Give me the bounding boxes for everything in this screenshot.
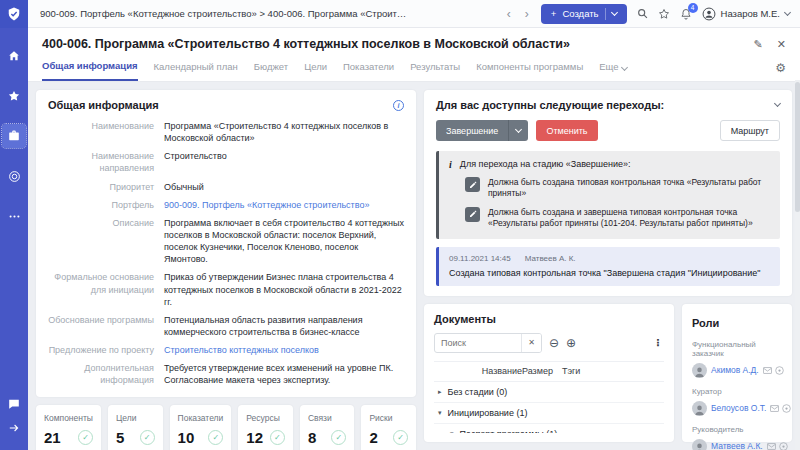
sidebar-item-more[interactable] xyxy=(2,204,26,228)
field-label: Обоснование программы xyxy=(48,314,154,338)
field-value: Потенциальная область развития направлен… xyxy=(164,314,404,338)
portfolio-link[interactable]: 900-009. Портфель «Коттеджное строительс… xyxy=(164,199,369,211)
doc-group-passport[interactable]: ▾Паспорт программы (1) xyxy=(434,424,664,433)
field-label: Описание xyxy=(48,217,154,266)
nav-forward-icon[interactable]: › xyxy=(523,8,531,20)
expand-all-icon[interactable]: ⊕ xyxy=(566,337,576,349)
caret-down-icon: ▾ xyxy=(438,409,442,417)
breadcrumb[interactable]: 900-009. Портфель «Коттеджное строительс… xyxy=(40,8,410,19)
field-value: Обычный xyxy=(164,181,204,193)
role-row: Акимов А.Д. xyxy=(692,363,782,378)
app-logo xyxy=(0,0,28,28)
stat-card-links[interactable]: Связи8✓ xyxy=(300,405,355,450)
column-name[interactable]: Название xyxy=(482,366,522,376)
tab-general-info[interactable]: Общая информация xyxy=(42,60,138,81)
log-message: Создана типовая контрольная точка "Завер… xyxy=(449,268,770,278)
sidebar-item-home[interactable] xyxy=(2,44,26,68)
avatar xyxy=(702,7,716,21)
stat-card-indicators[interactable]: Показатели10✓ xyxy=(170,405,232,450)
stat-card-resources[interactable]: Ресурсы12✓ xyxy=(238,405,293,450)
search-icon[interactable] xyxy=(637,8,648,19)
transition-requirements: iДля перехода на стадию «Завершение»: До… xyxy=(436,151,780,239)
sidebar-collapse-icon[interactable] xyxy=(2,416,26,440)
scrollbar-thumb[interactable] xyxy=(795,82,800,212)
role-person-link[interactable]: Акимов А.Д. xyxy=(711,365,759,375)
doc-group-no-stage[interactable]: ▸Без стадии (0) xyxy=(434,382,664,403)
pencil-icon[interactable] xyxy=(465,177,480,192)
tab-calendar-plan[interactable]: Календарный план xyxy=(154,61,238,80)
collapse-all-icon[interactable]: ⊖ xyxy=(549,337,559,349)
close-icon[interactable]: ✕ xyxy=(777,38,786,51)
sidebar-item-projects[interactable] xyxy=(2,124,26,148)
nav-back-icon[interactable]: ‹ xyxy=(505,8,513,20)
role-person-link[interactable]: Матвеев А.К. xyxy=(711,441,763,450)
tab-more[interactable]: Еще xyxy=(599,61,626,80)
email-icon[interactable] xyxy=(770,405,779,412)
sidebar xyxy=(0,0,28,450)
field-value: Программа включает в себя строительство … xyxy=(164,217,404,266)
field-label: Портфель xyxy=(48,199,154,211)
tab-goals[interactable]: Цели xyxy=(304,61,327,80)
role-label: Руководитель xyxy=(692,425,782,434)
field-label: Наименование xyxy=(48,120,154,144)
kebab-menu-icon[interactable]: ⋮ xyxy=(653,337,664,348)
contact-info-icon[interactable] xyxy=(782,404,791,413)
field-value: Приказ об утверждении Бизнес плана строи… xyxy=(164,271,404,307)
documents-title: Документы xyxy=(434,313,664,325)
log-author: Матвеев А. К. xyxy=(525,254,576,263)
transitions-panel: Для вас доступны следующие переходы: Зав… xyxy=(424,90,792,296)
collapse-chevron-icon[interactable] xyxy=(774,100,781,107)
tab-components[interactable]: Компоненты программы xyxy=(476,61,583,80)
contact-info-icon[interactable] xyxy=(779,442,788,450)
notifications-bell-icon[interactable]: 4 xyxy=(680,8,692,20)
stat-card-components[interactable]: Компоненты21✓ xyxy=(36,405,101,450)
avatar xyxy=(692,401,707,416)
role-row: Матвеев А.К. xyxy=(692,439,782,450)
role-label: Функциональный заказчик xyxy=(692,340,782,358)
route-button[interactable]: Маршрут xyxy=(720,120,780,141)
pencil-icon[interactable] xyxy=(465,207,480,222)
content: Общая информация i НаименованиеПрограмма… xyxy=(28,82,800,450)
cancel-button[interactable]: Отменить xyxy=(536,120,597,141)
page-header: 400-006. Программа «Строительство 4 котт… xyxy=(28,28,800,82)
favorites-star-icon[interactable] xyxy=(658,8,670,20)
stat-card-goals[interactable]: Цели5✓ xyxy=(108,405,163,450)
documents-panel: Документы ✕ ⊖ ⊕ ⋮ Название xyxy=(424,304,674,442)
tab-indicators[interactable]: Показатели xyxy=(343,61,394,80)
chevron-down-icon xyxy=(784,8,791,15)
topbar: 900-009. Портфель «Коттеджное строительс… xyxy=(28,0,800,28)
stat-card-risks[interactable]: Риски2✓ xyxy=(361,405,416,450)
sidebar-item-goals[interactable] xyxy=(2,164,26,188)
check-icon: ✓ xyxy=(208,430,223,445)
user-menu[interactable]: Назаров М.Е. xyxy=(702,7,790,21)
role-row: Белоусов О.Т. xyxy=(692,401,782,416)
complete-button[interactable]: Завершение xyxy=(436,120,508,141)
tab-budget[interactable]: Бюджет xyxy=(254,61,288,80)
gear-icon[interactable]: ⚙ xyxy=(775,61,786,81)
tab-results[interactable]: Результаты xyxy=(410,61,460,80)
proposal-link[interactable]: Строительство коттеджных поселков xyxy=(164,344,319,356)
column-tags[interactable]: Тэги xyxy=(562,366,638,376)
email-icon[interactable] xyxy=(767,443,776,450)
edit-icon[interactable]: ✎ xyxy=(754,38,763,51)
complete-dropdown-button[interactable] xyxy=(508,120,528,141)
plus-icon: + xyxy=(551,8,557,19)
field-label: Дополнительная информация xyxy=(48,362,154,386)
contact-info-icon[interactable] xyxy=(775,366,784,375)
sidebar-item-chat[interactable] xyxy=(2,392,26,416)
info-icon[interactable]: i xyxy=(393,100,404,111)
notifications-count-badge: 4 xyxy=(688,3,698,13)
sidebar-item-favorites[interactable] xyxy=(2,84,26,108)
search-input[interactable] xyxy=(435,338,521,348)
caret-right-icon: ▸ xyxy=(438,388,442,396)
scrollbar[interactable] xyxy=(795,80,800,450)
doc-group-initiation[interactable]: ▾Инициирование (1) xyxy=(434,403,664,424)
column-size[interactable]: Размер xyxy=(522,366,562,376)
email-icon[interactable] xyxy=(763,367,772,374)
clear-search-icon[interactable]: ✕ xyxy=(521,333,541,353)
check-icon: ✓ xyxy=(78,430,93,445)
field-label: Наименование направления xyxy=(48,150,154,174)
field-label: Формальное основание для инициации xyxy=(48,271,154,307)
role-person-link[interactable]: Белоусов О.Т. xyxy=(711,403,766,413)
create-button[interactable]: + Создать xyxy=(541,4,627,24)
